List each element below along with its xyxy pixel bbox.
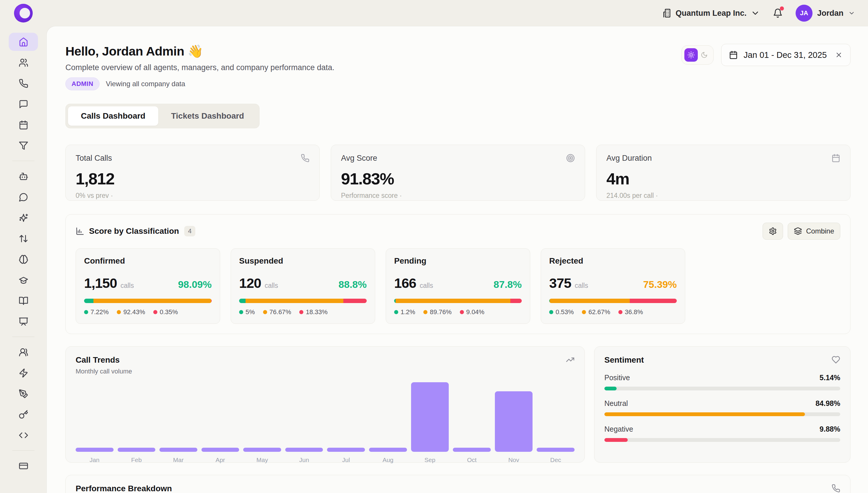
classification-legend: 1.2%89.76%9.04%	[394, 308, 522, 316]
card-subtitle: Monthly call volume	[76, 368, 132, 375]
legend-dot	[263, 310, 267, 314]
building-icon	[662, 8, 671, 18]
trending-up-icon	[566, 355, 575, 364]
sidebar-item-pen-tool[interactable]	[9, 385, 38, 403]
combine-button[interactable]: Combine	[788, 223, 840, 240]
sidebar-item-users[interactable]	[9, 53, 38, 71]
settings-button[interactable]	[762, 223, 783, 240]
call-trends-card: Call Trends Monthly call volume JanFebMa…	[65, 346, 585, 463]
sidebar-item-code[interactable]	[9, 426, 38, 444]
classification-name: Rejected	[549, 256, 677, 266]
axis-label: Dec	[536, 456, 575, 464]
tab-tickets-dashboard[interactable]: Tickets Dashboard	[158, 106, 257, 126]
classification-unit: calls	[120, 282, 134, 290]
sidebar-item-presentation[interactable]	[9, 313, 38, 330]
legend-item: 0.53%	[549, 308, 574, 316]
avatar: JA	[796, 5, 813, 22]
user-menu[interactable]: JA Jordan	[796, 5, 855, 22]
sidebar-item-sparkles[interactable]	[9, 209, 38, 227]
graduation-cap-icon	[19, 275, 28, 285]
classification-card-suspended: Suspended120calls88.8%5%76.67%18.33%	[231, 249, 375, 324]
performance-breakdown-section: Performance Breakdown Total CallsActive …	[65, 475, 850, 493]
legend-item: 5%	[239, 308, 255, 316]
chart-bar[interactable]	[495, 391, 533, 452]
axis-label: Apr	[202, 456, 239, 464]
sidebar-item-brain[interactable]	[9, 250, 38, 268]
axis-label: Sep	[411, 456, 449, 464]
dark-mode-button[interactable]	[698, 48, 711, 61]
sidebar-item-zap[interactable]	[9, 364, 38, 382]
chart-bar[interactable]	[159, 448, 197, 452]
classification-calls: 375	[549, 275, 571, 291]
user-name: Jordan	[817, 9, 843, 18]
chart-bar[interactable]	[411, 382, 449, 452]
stat-card-avg-score: Avg Score 91.83% Performance score ·	[331, 145, 585, 201]
score-by-classification-section: Score by Classification 4 Combine Confir…	[65, 214, 850, 334]
chart-bar[interactable]	[76, 448, 114, 452]
date-range-picker[interactable]: Jan 01 - Dec 31, 2025	[721, 44, 850, 66]
legend-dot	[299, 310, 303, 314]
sidebar-item-credit-card[interactable]	[9, 457, 38, 475]
classification-legend: 7.22%92.43%0.35%	[84, 308, 212, 316]
sidebar-item-phone[interactable]	[9, 74, 38, 92]
bar-segment	[550, 299, 630, 303]
clear-date-button[interactable]	[835, 51, 843, 59]
tab-calls-dashboard[interactable]: Calls Dashboard	[68, 106, 158, 126]
light-mode-button[interactable]	[684, 48, 698, 62]
legend-dot	[423, 310, 428, 314]
stat-value: 1,812	[76, 169, 310, 188]
bar-chart-icon	[76, 227, 84, 236]
sentiment-track	[604, 438, 840, 442]
sidebar-item-book-open[interactable]	[9, 292, 38, 310]
chart-bar[interactable]	[536, 448, 575, 452]
sidebar-item-home[interactable]	[9, 33, 38, 51]
classification-card-pending: Pending166calls87.8%1.2%89.76%9.04%	[386, 249, 530, 324]
classification-bar	[394, 299, 522, 303]
gear-icon	[769, 227, 777, 235]
sentiment-fill	[604, 412, 805, 416]
presentation-icon	[19, 317, 28, 326]
dashboard-tabs: Calls Dashboard Tickets Dashboard	[65, 104, 259, 128]
axis-label: Aug	[369, 456, 407, 464]
chart-bar[interactable]	[243, 448, 281, 452]
sidebar-item-calendar[interactable]	[9, 116, 38, 134]
sentiment-label: Neutral	[604, 399, 628, 408]
sentiment-row-negative: Negative9.88%	[604, 425, 840, 442]
users-icon	[19, 58, 28, 67]
sentiment-track	[604, 387, 840, 390]
legend-item: 76.67%	[263, 308, 291, 316]
sidebar-item-bot[interactable]	[9, 167, 38, 185]
sidebar-item-graduation-cap[interactable]	[9, 271, 38, 289]
theme-toggle[interactable]	[681, 45, 713, 65]
classification-name: Confirmed	[84, 256, 212, 266]
chart-bar[interactable]	[369, 448, 407, 452]
chart-bar[interactable]	[285, 448, 323, 452]
company-selector[interactable]: Quantum Leap Inc.	[662, 8, 760, 18]
section-title: Score by Classification	[89, 227, 179, 236]
notifications-button[interactable]	[773, 8, 783, 18]
sentiment-track	[604, 412, 840, 416]
sidebar-item-message-square[interactable]	[9, 95, 38, 113]
company-name: Quantum Leap Inc.	[676, 9, 747, 18]
sidebar-item-message-circle[interactable]	[9, 188, 38, 206]
arrows-up-down-icon	[19, 234, 28, 243]
viewing-note: Viewing all company data	[106, 80, 185, 88]
sidebar-nav	[0, 26, 47, 493]
target-icon	[566, 154, 575, 163]
sidebar-item-users-round[interactable]	[9, 343, 38, 361]
app-logo[interactable]	[14, 4, 33, 22]
classification-calls: 166	[394, 275, 416, 291]
bot-icon	[19, 172, 28, 181]
sidebar-item-key[interactable]	[9, 405, 38, 424]
sidebar-item-filter[interactable]	[9, 136, 38, 155]
chart-bar[interactable]	[327, 448, 365, 452]
chart-bar[interactable]	[202, 448, 239, 452]
call-trends-chart	[76, 378, 575, 452]
legend-item: 18.33%	[299, 308, 327, 316]
stat-subtext: 0% vs prev ·	[76, 192, 310, 199]
chart-bar[interactable]	[118, 448, 156, 452]
chart-bar[interactable]	[453, 448, 491, 452]
legend-dot	[239, 310, 243, 314]
sidebar-item-arrows-up-down[interactable]	[9, 230, 38, 248]
page-subtitle: Complete overview of all agents, manager…	[65, 63, 335, 72]
